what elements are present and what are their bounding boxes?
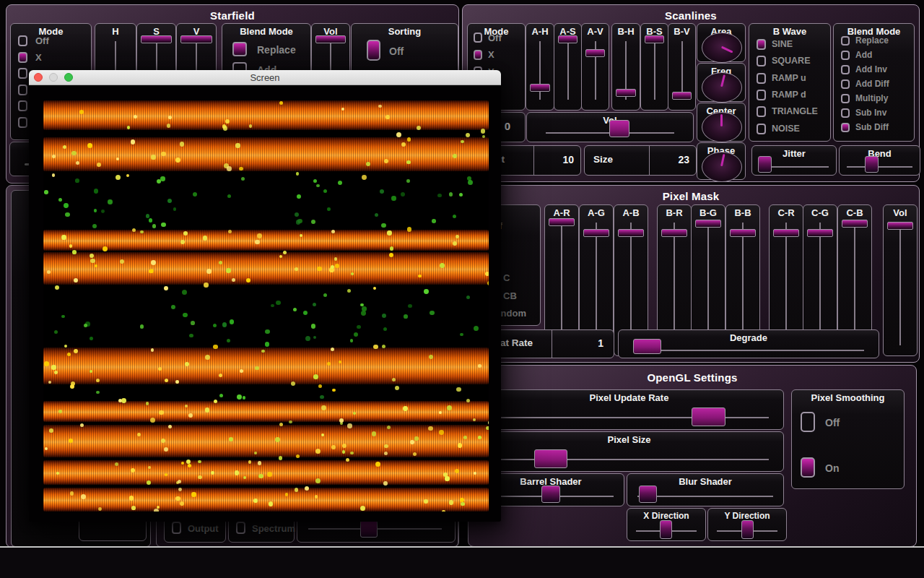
mask-slider-b-b-track[interactable] [742, 223, 744, 345]
pixel-update-rate-slider-handle[interactable] [692, 407, 725, 426]
mask-slider-b-r-track[interactable] [674, 223, 675, 345]
degrade-slider-handle[interactable] [633, 339, 661, 354]
starfield-slider-s-handle[interactable] [141, 35, 172, 43]
mask-slider-b-g-track[interactable] [707, 223, 709, 345]
mask-slider-b-g-handle[interactable] [695, 220, 721, 228]
pixel-mask-mode-cb[interactable]: CB [503, 290, 517, 301]
b-wave-list-option-triangle[interactable] [757, 106, 766, 117]
scanlines-vol-slider-handle[interactable] [609, 120, 629, 137]
star-dot [255, 366, 259, 371]
scanlines-mode-list-option-off[interactable] [474, 33, 482, 43]
star-dot [418, 275, 422, 278]
x-direction-slider-handle[interactable] [660, 520, 672, 539]
scanlines-slider-b-h-handle[interactable] [616, 89, 636, 97]
bottom-strip-slider-handle[interactable] [360, 520, 378, 538]
starfield-blend-mode-list-option-replace[interactable] [232, 42, 247, 56]
b-wave-list-option-sine[interactable] [757, 39, 766, 50]
star-dot [466, 296, 470, 299]
panel-scanlines: Scanlines ModeOffXY A-H A-S A-V B-H B-S … [462, 4, 920, 182]
mask-slider-a-b-handle[interactable] [618, 229, 644, 237]
mask-slider-a-b-track[interactable] [630, 223, 632, 345]
mask-slider-b-b-handle[interactable] [730, 229, 756, 237]
mask-slider-c-r-track[interactable] [785, 223, 787, 345]
mask-slider-c-b-track[interactable] [854, 223, 855, 345]
star-dot [101, 210, 105, 213]
mask-slider-c-b-handle[interactable] [842, 220, 868, 228]
scanlines-slider-b-s-track[interactable] [654, 41, 655, 100]
freq-knob-box-knob[interactable] [702, 72, 742, 103]
scanlines-blend-mode-list-option-add-diff[interactable] [841, 79, 850, 89]
mask-slider-c-g-track[interactable] [819, 223, 821, 345]
mask-slider-a-g-handle[interactable] [583, 229, 609, 237]
pixel-size-slider-track[interactable] [489, 459, 769, 460]
y-direction-slider-handle[interactable] [741, 520, 754, 539]
star-dot [474, 472, 476, 475]
star-dot [385, 115, 390, 119]
scanlines-slider-b-v-track[interactable] [681, 41, 683, 100]
bend-slider-track[interactable] [847, 166, 912, 168]
b-wave-list-option-ramp-u[interactable] [757, 73, 766, 84]
scanlines-slider-a-s-handle[interactable] [558, 35, 578, 43]
mask-slider-a-r-handle[interactable] [549, 218, 575, 226]
starfield-slider-vol-handle[interactable] [315, 35, 346, 43]
mask-slider-c-g-handle[interactable] [807, 229, 833, 237]
scanlines-slider-a-s-track[interactable] [567, 41, 569, 100]
scanlines-mode-list-option-x[interactable] [474, 50, 482, 60]
scanlines-slider-b-s-handle[interactable] [645, 35, 664, 43]
scanlines-slider-a-h-handle[interactable] [530, 84, 550, 92]
starfield-mode-list-option-x[interactable] [18, 52, 27, 63]
star-dot [271, 304, 274, 308]
b-wave-list-option-square[interactable] [757, 56, 766, 66]
mask-slider-a-r-track[interactable] [561, 223, 562, 345]
blur-shader-slider-track[interactable] [637, 496, 773, 497]
pixel-mask-mode-c[interactable]: C [503, 272, 510, 283]
scanlines-blend-mode-list-option-sub-inv[interactable] [841, 108, 850, 118]
count-value[interactable]: 10 [536, 154, 574, 165]
pixel-smoothing-off-checkbox[interactable] [801, 412, 815, 432]
star-dot [90, 337, 93, 340]
scanlines-blend-mode-list-option-multiply[interactable] [841, 94, 850, 103]
star-dot [243, 396, 245, 399]
b-wave-list-option-noise[interactable] [757, 124, 766, 134]
starfield-mode-list-option-off[interactable] [18, 35, 27, 46]
screen-window-titlebar[interactable]: Screen [29, 70, 501, 85]
mask-slider-vol-track[interactable] [899, 223, 901, 345]
degrade-slider-track[interactable] [633, 350, 864, 351]
size-value[interactable]: 23 [652, 154, 689, 165]
star-dot [65, 212, 69, 217]
barrel-shader-slider-handle[interactable] [541, 486, 560, 503]
starfield-mode-list-option-3[interactable] [18, 85, 27, 95]
scanlines-slider-b-v-handle[interactable] [672, 92, 692, 100]
scanlines-blend-mode-list-option-add-inv[interactable] [841, 65, 850, 74]
phase-knob-box: Phase [697, 142, 746, 180]
starfield-mode-list-option-4[interactable] [18, 100, 27, 111]
starfield-slider-v-handle[interactable] [180, 35, 212, 43]
star-dot [313, 336, 316, 339]
star-dot [90, 259, 95, 264]
blur-shader-slider-handle[interactable] [639, 486, 657, 503]
mask-slider-vol-handle[interactable] [887, 222, 913, 230]
scanlines-blend-mode-list-option-add[interactable] [841, 51, 850, 60]
starfield-sorting-toggle[interactable] [367, 40, 380, 61]
star-dot [380, 189, 384, 194]
jitter-slider-handle[interactable] [758, 156, 772, 173]
starfield-mode-list-option-2[interactable] [18, 68, 27, 79]
pixel-size-slider-handle[interactable] [534, 449, 567, 468]
pixel-smoothing-on-checkbox[interactable] [801, 457, 815, 478]
spectrum-checkbox[interactable] [236, 522, 245, 534]
star-dot [253, 499, 258, 503]
starfield-mode-list-option-5[interactable] [18, 117, 27, 128]
mask-slider-c-r-handle[interactable] [773, 229, 799, 237]
b-wave-list-option-ramp-d[interactable] [757, 90, 766, 100]
star-dot [474, 326, 479, 331]
scanlines-blend-mode-list-option-sub-diff[interactable] [841, 123, 850, 132]
mask-slider-b-r-handle[interactable] [661, 229, 687, 237]
bend-slider-handle[interactable] [865, 156, 879, 173]
pixel-update-rate-slider-track[interactable] [489, 417, 769, 418]
scanlines-slider-a-v-handle[interactable] [585, 49, 605, 57]
star-dot [98, 507, 102, 511]
mask-slider-a-g-track[interactable] [596, 223, 597, 345]
rate-value[interactable]: 1 [554, 337, 603, 349]
scanlines-blend-mode-list-option-replace[interactable] [841, 36, 850, 46]
output-checkbox[interactable] [172, 522, 181, 534]
